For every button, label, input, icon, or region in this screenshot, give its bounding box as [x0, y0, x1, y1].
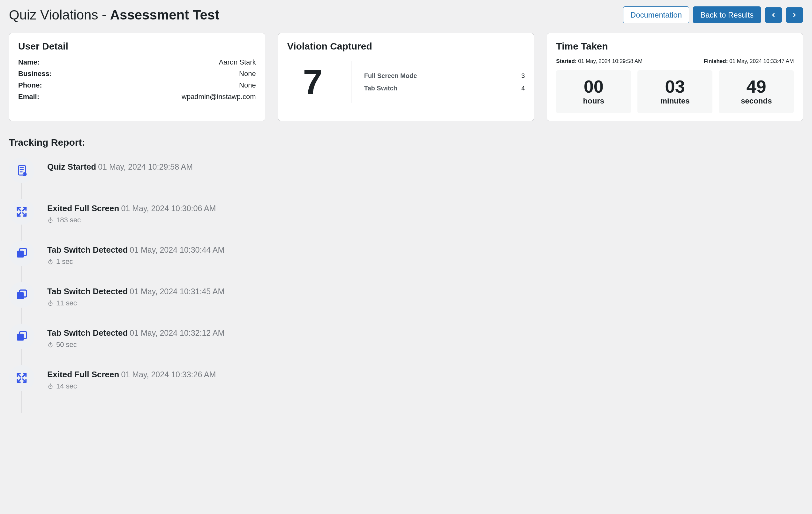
time-finished: Finished: 01 May, 2024 10:33:47 AM [704, 58, 794, 64]
stopwatch-icon [47, 259, 54, 265]
next-button[interactable] [786, 7, 803, 23]
timeline-event-date: 01 May, 2024 10:30:44 AM [129, 245, 224, 254]
timeline-event-title: Tab Switch Detected [47, 245, 128, 254]
fullscreen-icon [15, 206, 28, 218]
tab-switch-row: Tab Switch 4 [364, 85, 525, 92]
user-name-row: Name: Aaron Stark [18, 58, 256, 66]
tab-switch-icon [15, 330, 28, 343]
timeline-content: Exited Full Screen01 May, 2024 10:33:26 … [47, 365, 216, 390]
timeline-event-duration-value: 14 sec [56, 382, 77, 390]
timeline-item: Exited Full Screen01 May, 2024 10:30:06 … [9, 199, 803, 241]
timeline: Quiz Started01 May, 2024 10:29:58 AMExit… [9, 158, 803, 407]
timeline-event-duration: 50 sec [47, 341, 224, 349]
user-business-value: None [239, 70, 256, 78]
timeline-content: Tab Switch Detected01 May, 2024 10:32:12… [47, 324, 224, 349]
timeline-item: Tab Switch Detected01 May, 2024 10:31:45… [9, 282, 803, 324]
timeline-event-duration-value: 183 sec [56, 216, 81, 224]
timeline-icon-wrap [9, 324, 34, 349]
user-email-value: wpadmin@instawp.com [182, 92, 256, 101]
violation-title: Violation Captured [287, 41, 525, 52]
page-title: Quiz Violations - Assessment Test [9, 7, 219, 23]
stopwatch-icon [47, 342, 54, 348]
timeline-item: Exited Full Screen01 May, 2024 10:33:26 … [9, 365, 803, 407]
fullscreen-mode-value: 3 [521, 72, 525, 80]
time-started-label: Started: [556, 58, 576, 64]
time-meta: Started: 01 May, 2024 10:29:58 AM Finish… [556, 58, 794, 64]
seconds-unit: seconds [722, 97, 791, 105]
timeline-content: Quiz Started01 May, 2024 10:29:58 AM [47, 158, 193, 172]
timeline-icon-wrap [9, 365, 34, 391]
stopwatch-icon [47, 383, 54, 389]
timeline-event-title: Exited Full Screen [47, 204, 119, 213]
user-phone-row: Phone: None [18, 81, 256, 89]
summary-cards: User Detail Name: Aaron Stark Business: … [9, 33, 803, 121]
user-phone-value: None [239, 81, 256, 89]
hours-tile: 00 hours [556, 70, 631, 113]
hours-unit: hours [559, 97, 628, 105]
user-name-value: Aaron Stark [219, 58, 256, 66]
tab-switch-icon [15, 247, 28, 260]
timeline-event-duration: 1 sec [47, 258, 224, 266]
seconds-tile: 49 seconds [719, 70, 794, 113]
timeline-event-duration-value: 1 sec [56, 258, 73, 266]
violation-body: 7 Full Screen Mode 3 Tab Switch 4 [287, 58, 525, 106]
user-business-label: Business: [18, 70, 52, 78]
timeline-event-duration-value: 11 sec [56, 299, 77, 307]
previous-button[interactable] [765, 7, 782, 23]
minutes-tile: 03 minutes [637, 70, 713, 113]
timeline-event-date: 01 May, 2024 10:33:26 AM [121, 370, 216, 379]
timeline-event-title: Quiz Started [47, 162, 96, 171]
chevron-left-icon [770, 12, 777, 18]
violation-card: Violation Captured 7 Full Screen Mode 3 … [278, 33, 534, 121]
fullscreen-mode-row: Full Screen Mode 3 [364, 72, 525, 80]
documentation-button[interactable]: Documentation [623, 6, 689, 23]
user-detail-title: User Detail [18, 41, 256, 52]
page-header: Quiz Violations - Assessment Test Docume… [9, 6, 803, 23]
tab-switch-value: 4 [521, 85, 525, 92]
timeline-event-title: Exited Full Screen [47, 370, 119, 379]
timeline-icon-wrap [9, 241, 34, 266]
fullscreen-icon [15, 372, 28, 384]
time-finished-value: 01 May, 2024 10:33:47 AM [729, 58, 794, 64]
timeline-content: Tab Switch Detected01 May, 2024 10:30:44… [47, 241, 224, 266]
violation-total: 7 [287, 58, 338, 106]
stopwatch-icon [47, 217, 54, 223]
time-taken-title: Time Taken [556, 41, 794, 52]
timeline-event-duration: 11 sec [47, 299, 224, 307]
timeline-event-duration: 14 sec [47, 382, 216, 390]
time-started: Started: 01 May, 2024 10:29:58 AM [556, 58, 642, 64]
timeline-event-date: 01 May, 2024 10:32:12 AM [129, 328, 224, 337]
tab-switch-icon [15, 289, 28, 301]
timeline-event-title: Tab Switch Detected [47, 328, 128, 338]
fullscreen-mode-label: Full Screen Mode [364, 72, 417, 80]
back-to-results-button[interactable]: Back to Results [693, 6, 761, 23]
timeline-content: Exited Full Screen01 May, 2024 10:30:06 … [47, 199, 216, 224]
minutes-unit: minutes [641, 97, 709, 105]
timeline-icon-wrap [9, 282, 34, 308]
time-tiles: 00 hours 03 minutes 49 seconds [556, 70, 794, 113]
quiz-start-icon [15, 164, 28, 177]
timeline-event-date: 01 May, 2024 10:30:06 AM [121, 204, 216, 213]
tab-switch-label: Tab Switch [364, 85, 397, 92]
user-business-row: Business: None [18, 70, 256, 78]
violation-breakdown: Full Screen Mode 3 Tab Switch 4 [364, 58, 525, 106]
user-email-label: Email: [18, 92, 39, 101]
minutes-value: 03 [641, 77, 709, 97]
stopwatch-icon [47, 300, 54, 306]
user-phone-label: Phone: [18, 81, 42, 89]
page-title-bold: Assessment Test [110, 7, 219, 22]
time-finished-label: Finished: [704, 58, 728, 64]
timeline-item: Tab Switch Detected01 May, 2024 10:32:12… [9, 324, 803, 365]
user-email-row: Email: wpadmin@instawp.com [18, 92, 256, 101]
hours-value: 00 [559, 77, 628, 97]
seconds-value: 49 [722, 77, 791, 97]
time-started-value: 01 May, 2024 10:29:58 AM [578, 58, 642, 64]
timeline-event-duration: 183 sec [47, 216, 216, 224]
timeline-content: Tab Switch Detected01 May, 2024 10:31:45… [47, 282, 224, 307]
header-actions: Documentation Back to Results [623, 6, 803, 23]
user-name-label: Name: [18, 58, 39, 66]
timeline-event-date: 01 May, 2024 10:31:45 AM [129, 287, 224, 296]
timeline-icon-wrap [9, 158, 34, 183]
tracking-report-title: Tracking Report: [9, 137, 803, 148]
timeline-event-date: 01 May, 2024 10:29:58 AM [98, 162, 193, 171]
